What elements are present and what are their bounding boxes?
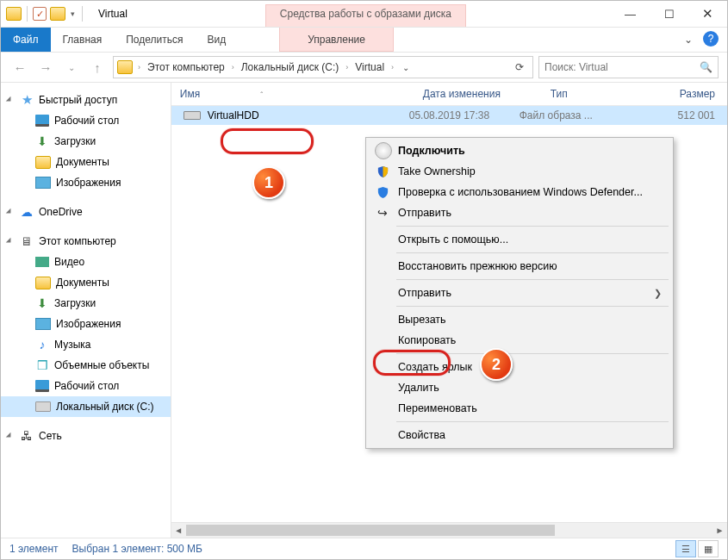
ribbon-expand-icon[interactable]: ⌄: [677, 28, 700, 52]
horizontal-scrollbar[interactable]: ◄ ►: [171, 522, 727, 538]
separator: [27, 6, 28, 22]
disk-icon: [35, 401, 51, 412]
tree-desktop[interactable]: Рабочий стол: [1, 110, 171, 131]
spacer: [394, 28, 677, 52]
tree-pictures[interactable]: Изображения: [1, 172, 171, 193]
scroll-thumb[interactable]: [186, 525, 555, 536]
menu-properties[interactable]: Свойства: [369, 425, 670, 445]
cube-icon: ❒: [35, 358, 49, 372]
scroll-track[interactable]: [186, 523, 712, 538]
col-date[interactable]: Дата изменения: [414, 88, 542, 100]
menu-create-shortcut[interactable]: Создать ярлык: [369, 357, 670, 377]
sort-asc-icon: ˆ: [260, 90, 263, 99]
close-button[interactable]: ✕: [688, 1, 727, 27]
tree-music[interactable]: ♪Музыка: [1, 334, 171, 355]
tab-home[interactable]: Главная: [51, 28, 115, 52]
music-icon: ♪: [35, 338, 49, 352]
refresh-icon[interactable]: ⟳: [510, 61, 529, 73]
file-name-cell: VirtualHDD: [171, 109, 409, 121]
breadcrumb-pc[interactable]: Этот компьютер: [144, 61, 228, 73]
pc-icon: 🖥: [20, 234, 34, 248]
menu-copy[interactable]: Копировать: [369, 330, 670, 351]
tree-onedrive[interactable]: ☁OneDrive: [1, 202, 171, 222]
menu-send-to[interactable]: Отправить❯: [369, 283, 670, 303]
nav-recent-button[interactable]: ⌄: [61, 57, 82, 78]
status-bar: 1 элемент Выбран 1 элемент: 500 МБ ☰ ▦: [1, 538, 727, 559]
menu-separator: [396, 279, 669, 280]
folder-icon: [6, 7, 22, 21]
submenu-arrow-icon: ❯: [654, 288, 670, 299]
col-size[interactable]: Размер: [671, 88, 727, 100]
pictures-icon: [35, 318, 51, 330]
tree-downloads[interactable]: ⬇Загрузки: [1, 131, 171, 152]
help-icon[interactable]: ?: [703, 31, 719, 47]
breadcrumb-sep-icon[interactable]: ›: [136, 63, 142, 72]
address-dropdown-icon[interactable]: ⌄: [397, 63, 414, 72]
search-placeholder: Поиск: Virtual: [544, 61, 608, 73]
file-row[interactable]: VirtualHDD 05.08.2019 17:38 Файл образа …: [171, 106, 727, 125]
tab-share[interactable]: Поделиться: [114, 28, 195, 52]
tab-view[interactable]: Вид: [195, 28, 238, 52]
scroll-left-icon[interactable]: ◄: [171, 526, 186, 535]
explorer-window: ✓ ▾ Virtual Средства работы с образами д…: [0, 0, 728, 560]
separator: [82, 6, 83, 22]
nav-forward-button[interactable]: →: [35, 57, 56, 78]
defender-icon: [375, 184, 390, 200]
menu-mount[interactable]: Подключить: [369, 140, 670, 161]
tree-documents-pc[interactable]: Документы: [1, 272, 171, 293]
minimize-button[interactable]: —: [611, 1, 650, 27]
icons-view-button[interactable]: ▦: [698, 540, 719, 557]
details-view-button[interactable]: ☰: [675, 540, 696, 557]
tree-this-pc[interactable]: 🖥Этот компьютер: [1, 231, 171, 252]
view-mode-buttons: ☰ ▦: [675, 540, 719, 557]
maximize-button[interactable]: ☐: [650, 1, 688, 27]
column-headers: Имяˆ Дата изменения Тип Размер: [171, 83, 727, 106]
menu-open-with[interactable]: Открыть с помощью...: [369, 229, 670, 250]
menu-delete[interactable]: Удалить: [369, 377, 670, 398]
tree-desktop-pc[interactable]: Рабочий стол: [1, 376, 171, 396]
search-input[interactable]: Поиск: Virtual 🔍: [538, 56, 719, 78]
tree-videos[interactable]: Видео: [1, 252, 171, 272]
status-item-count: 1 элемент: [9, 543, 59, 555]
folder-icon: [117, 60, 133, 74]
tab-file[interactable]: Файл: [1, 28, 51, 52]
breadcrumb-sep-icon[interactable]: ›: [344, 63, 350, 72]
menu-rename[interactable]: Переименовать: [369, 398, 670, 419]
col-type[interactable]: Тип: [542, 88, 671, 100]
nav-back-button[interactable]: ←: [9, 57, 30, 78]
tree-local-disk-c[interactable]: Локальный диск (C:): [1, 396, 171, 417]
tree-3d-objects[interactable]: ❒Объемные объекты: [1, 355, 171, 376]
menu-restore-version[interactable]: Восстановить прежнюю версию: [369, 256, 670, 277]
col-name[interactable]: Имяˆ: [171, 88, 414, 100]
video-icon: [35, 257, 49, 267]
breadcrumb-sep-icon[interactable]: ›: [389, 63, 395, 72]
contextual-tab-group: Средства работы с образами диска: [265, 4, 466, 27]
search-icon[interactable]: 🔍: [700, 61, 712, 73]
breadcrumb-folder[interactable]: Virtual: [352, 61, 388, 73]
properties-qat-icon[interactable]: ✓: [33, 7, 47, 21]
desktop-icon: [35, 115, 49, 127]
menu-defender-scan[interactable]: Проверка с использованием Windows Defend…: [369, 182, 670, 202]
nav-up-button[interactable]: ↑: [87, 57, 108, 78]
breadcrumb-disk[interactable]: Локальный диск (C:): [238, 61, 343, 73]
ribbon-tabs: Файл Главная Поделиться Вид Управление ⌄…: [1, 28, 727, 53]
menu-separator: [396, 306, 669, 307]
tree-quick-access[interactable]: ★Быстрый доступ: [1, 90, 171, 110]
status-selection: Выбран 1 элемент: 500 МБ: [72, 543, 202, 555]
tree-downloads-pc[interactable]: ⬇Загрузки: [1, 293, 171, 314]
cloud-icon: ☁: [20, 205, 34, 219]
tree-pictures-pc[interactable]: Изображения: [1, 314, 171, 334]
menu-cut[interactable]: Вырезать: [369, 309, 670, 330]
file-name: VirtualHDD: [208, 109, 259, 121]
qat-dropdown-icon[interactable]: ▾: [69, 9, 77, 18]
tree-documents[interactable]: Документы: [1, 152, 171, 172]
menu-take-ownership[interactable]: Take Ownership: [369, 161, 670, 182]
address-bar[interactable]: › Этот компьютер › Локальный диск (C:) ›…: [113, 56, 533, 78]
breadcrumb-sep-icon[interactable]: ›: [230, 63, 236, 72]
scroll-right-icon[interactable]: ►: [712, 526, 727, 535]
menu-share[interactable]: ↪Отправить: [369, 202, 670, 223]
menu-separator: [396, 421, 669, 422]
tab-manage[interactable]: Управление: [279, 28, 394, 52]
tree-network[interactable]: 🖧Сеть: [1, 426, 171, 446]
folder-icon[interactable]: [50, 7, 65, 21]
